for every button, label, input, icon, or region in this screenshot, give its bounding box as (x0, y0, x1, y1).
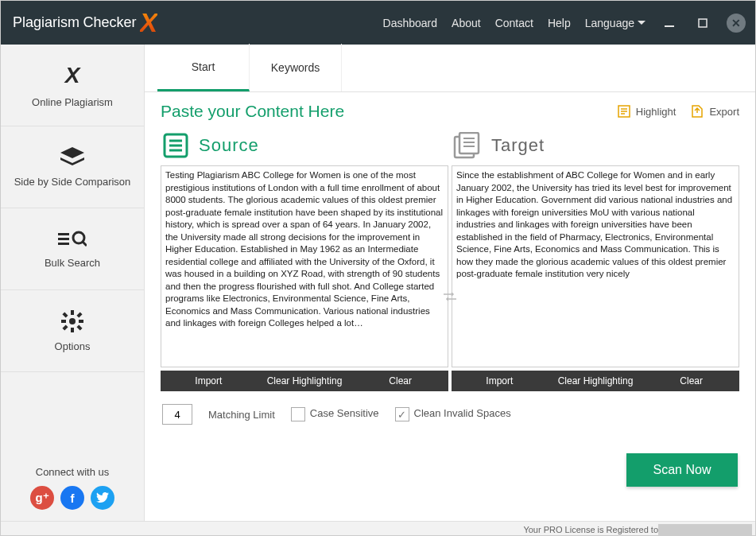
page-title: Paste your Content Here (161, 102, 344, 121)
target-textarea[interactable] (452, 165, 739, 367)
chevron-down-icon (638, 21, 646, 25)
options-row: Matching Limit Case Sensitive ✓Clean Inv… (145, 391, 755, 437)
twitter-icon[interactable] (91, 486, 114, 510)
target-clear-button[interactable]: Clear (643, 371, 739, 391)
svg-rect-14 (76, 312, 82, 317)
target-import-button[interactable]: Import (452, 371, 548, 391)
sidebar-item-bulk-search[interactable]: Bulk Search (1, 208, 144, 290)
source-actions: Import Clear Highlighting Clear (161, 371, 448, 391)
app-logo: Plagiarism Checker X (13, 7, 157, 38)
gear-icon (61, 310, 83, 332)
titlebar: Plagiarism Checker X Dashboard About Con… (1, 1, 755, 45)
tab-keywords[interactable]: Keywords (250, 44, 342, 91)
logo-text-line2: Checker (83, 14, 136, 30)
logo-x: X (140, 7, 158, 38)
registered-name-redacted (658, 524, 752, 535)
close-button[interactable]: ✕ (727, 14, 746, 33)
connect-section: Connect with us g⁺ f (1, 456, 144, 521)
sidebar-item-side-by-side[interactable]: Side by Side Comparison (1, 126, 144, 208)
menu-dashboard[interactable]: Dashboard (383, 17, 438, 29)
export-button[interactable]: Export (690, 104, 739, 118)
document-icon (162, 132, 189, 159)
source-textarea[interactable] (161, 165, 448, 367)
target-label: Target (491, 135, 545, 156)
svg-point-5 (73, 232, 84, 243)
google-plus-icon[interactable]: g⁺ (30, 486, 54, 510)
clean-invalid-checkbox[interactable]: ✓Clean Invalid Spaces (395, 407, 511, 421)
tab-start[interactable]: Start (157, 44, 250, 91)
license-status: Your PRO License is Registered to (523, 525, 658, 534)
menu-contact[interactable]: Contact (495, 17, 533, 29)
documents-icon (453, 132, 482, 159)
highlight-icon (617, 104, 631, 118)
sidebar-item-label: Options (55, 340, 91, 352)
scan-now-button[interactable]: Scan Now (626, 453, 738, 487)
status-bar: Your PRO License is Registered to (1, 521, 755, 536)
target-actions: Import Clear Highlighting Clear (452, 371, 739, 391)
minimize-button[interactable] (660, 14, 679, 33)
matching-limit-input[interactable] (162, 404, 192, 425)
sidebar-item-options[interactable]: Options (1, 290, 144, 372)
svg-rect-8 (71, 310, 74, 315)
tab-bar: Start Keywords (145, 45, 755, 92)
svg-rect-9 (71, 328, 74, 332)
menu-language[interactable]: Language (585, 17, 646, 29)
svg-rect-11 (79, 320, 83, 323)
source-label: Source (199, 135, 259, 156)
menu-about[interactable]: About (452, 17, 481, 29)
logo-text-line1: Plagiarism (13, 14, 79, 30)
svg-rect-4 (58, 243, 69, 245)
sidebar-item-online-plagiarism[interactable]: X Online Plagiarism (1, 45, 144, 126)
swap-icon[interactable] (444, 291, 456, 305)
svg-rect-12 (62, 312, 68, 317)
content-area: Start Keywords Paste your Content Here H… (145, 45, 755, 521)
case-sensitive-checkbox[interactable]: Case Sensitive (291, 407, 379, 421)
menu-help[interactable]: Help (548, 17, 571, 29)
bulk-search-icon (58, 230, 87, 249)
svg-rect-0 (665, 25, 674, 27)
export-icon (690, 104, 704, 118)
svg-rect-3 (58, 238, 69, 240)
connect-label: Connect with us (1, 466, 144, 478)
target-panel: Target Import Clear Highlighting Clear (452, 132, 739, 391)
svg-point-7 (69, 318, 76, 324)
source-panel: Source Import Clear Highlighting Clear (161, 132, 448, 391)
svg-rect-2 (58, 233, 69, 235)
maximize-button[interactable] (693, 14, 712, 33)
sidebar-item-label: Bulk Search (45, 257, 100, 269)
highlight-button[interactable]: Highlight (617, 104, 677, 118)
matching-limit-label: Matching Limit (208, 409, 275, 421)
source-import-button[interactable]: Import (161, 371, 257, 391)
checkbox-icon (291, 407, 305, 421)
svg-line-6 (83, 242, 87, 246)
source-clear-highlighting-button[interactable]: Clear Highlighting (257, 371, 353, 391)
facebook-icon[interactable]: f (60, 486, 84, 510)
target-clear-highlighting-button[interactable]: Clear Highlighting (548, 371, 644, 391)
source-clear-button[interactable]: Clear (352, 371, 448, 391)
x-icon: X (65, 63, 80, 88)
sidebar-item-label: Side by Side Comparison (14, 176, 131, 188)
svg-rect-13 (76, 324, 82, 330)
layers-icon (60, 147, 84, 168)
top-menu: Dashboard About Contact Help Language ✕ (383, 14, 746, 33)
svg-rect-1 (699, 19, 707, 27)
checkbox-checked-icon: ✓ (395, 407, 409, 421)
sidebar-item-label: Online Plagiarism (32, 96, 113, 108)
svg-rect-10 (61, 320, 66, 323)
sidebar: X Online Plagiarism Side by Side Compari… (1, 45, 145, 521)
svg-rect-15 (62, 324, 68, 330)
